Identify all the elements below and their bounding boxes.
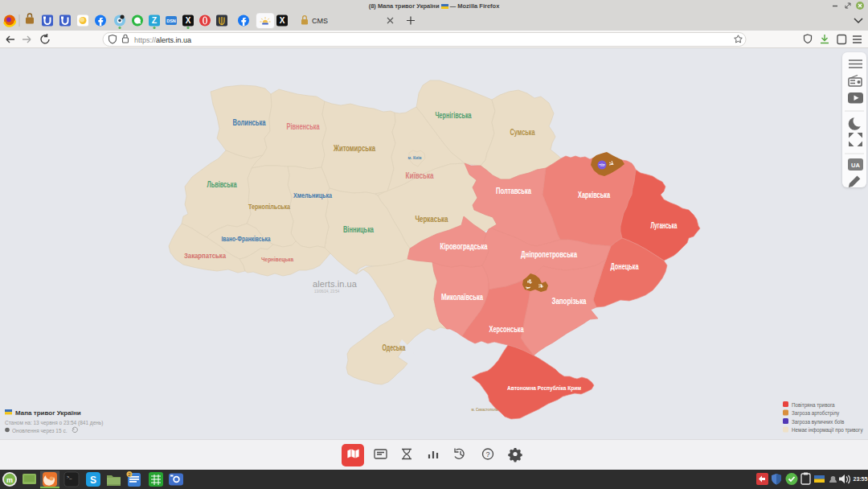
svg-text:UA: UA bbox=[851, 162, 860, 169]
svg-text:X: X bbox=[280, 16, 285, 25]
svg-text:>_: >_ bbox=[67, 475, 72, 479]
svg-text:X: X bbox=[186, 16, 191, 25]
svg-text:m: m bbox=[6, 476, 13, 484]
svg-text:23:55: 23:55 bbox=[854, 476, 868, 482]
svg-text:https://alerts.in.ua: https://alerts.in.ua bbox=[134, 36, 191, 44]
svg-text:DSN: DSN bbox=[166, 18, 176, 23]
svg-text:S: S bbox=[90, 475, 96, 486]
svg-text:?: ? bbox=[485, 450, 489, 458]
svg-text:CMS: CMS bbox=[312, 17, 328, 25]
svg-text:Z: Z bbox=[152, 15, 158, 25]
